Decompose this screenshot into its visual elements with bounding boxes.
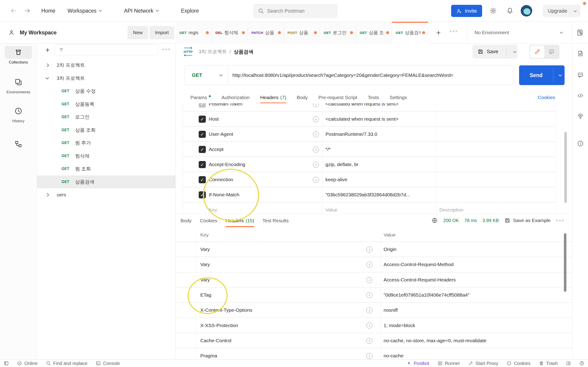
header-key[interactable]: Accept — [209, 142, 224, 156]
environment-quick-look[interactable] — [572, 22, 588, 43]
network-globe-icon[interactable] — [431, 217, 438, 224]
response-tab-body[interactable]: Body — [181, 214, 191, 227]
back-icon[interactable] — [10, 0, 17, 22]
header-checkbox[interactable]: ✓ — [199, 103, 206, 108]
documentation-icon[interactable] — [577, 50, 584, 57]
new-button[interactable]: New — [128, 26, 148, 39]
request-table-scrollbar[interactable] — [564, 132, 567, 203]
chevron-down-icon[interactable] — [45, 76, 49, 80]
editor-tab[interactable]: GET상품 조 — [356, 22, 392, 44]
response-header-key[interactable]: X-Content-Type-Options — [200, 303, 252, 317]
response-header-key[interactable]: Vary — [200, 257, 210, 272]
request-tab-authorization[interactable]: Authorization — [221, 92, 250, 103]
header-checkbox[interactable]: ✓ — [199, 191, 206, 198]
chevron-right-icon[interactable] — [45, 63, 49, 67]
nav-item-api-network[interactable]: API Network — [124, 0, 158, 22]
response-header-value[interactable]: Access-Control-Request-Headers — [384, 273, 456, 287]
upgrade-button[interactable]: Upgrade — [543, 5, 580, 17]
header-checkbox[interactable]: ✓ — [199, 146, 206, 153]
environment-selector[interactable]: No Environment — [467, 22, 572, 43]
statusbar-runner[interactable]: Runner — [438, 361, 460, 366]
header-value[interactable]: keep-alive — [326, 172, 347, 187]
statusbar-console[interactable]: Console — [96, 361, 120, 366]
request-tab-body[interactable]: Body — [297, 92, 308, 103]
sidebar-toggle-icon[interactable] — [4, 361, 9, 366]
nav-item-home[interactable]: Home — [41, 0, 55, 22]
forward-icon[interactable] — [24, 0, 31, 22]
info-icon[interactable] — [577, 140, 584, 147]
response-header-value[interactable]: Access-Control-Request-Method — [384, 257, 454, 272]
response-tab-headers[interactable]: Headers(15) — [225, 214, 254, 227]
statusbar-find-and-replace[interactable]: Find and replace — [46, 361, 87, 366]
chevron-right-icon[interactable] — [45, 193, 49, 197]
global-search[interactable] — [254, 4, 337, 18]
search-input[interactable] — [267, 8, 329, 14]
response-header-key[interactable]: Pragma — [200, 348, 217, 359]
save-button[interactable]: Save — [473, 45, 518, 58]
response-tab-test-results[interactable]: Test Results — [262, 214, 289, 227]
comments-icon[interactable] — [577, 72, 584, 78]
nav-item-explore[interactable]: Explore — [181, 0, 199, 22]
tree-request[interactable]: GET상품등록 — [37, 98, 176, 111]
tree-request[interactable]: GET찜 추가 — [37, 136, 176, 150]
response-more-icon[interactable] — [556, 220, 564, 221]
comment-mode-button[interactable] — [544, 46, 559, 58]
cookies-link[interactable]: Cookies — [538, 92, 555, 103]
tree-request[interactable]: GET찜 조회 — [37, 162, 176, 175]
lightbulb-icon[interactable] — [577, 113, 584, 119]
response-header-value[interactable]: 1; mode=block — [384, 318, 415, 333]
nav-item-workspaces[interactable]: Workspaces — [68, 0, 102, 22]
header-value[interactable]: <calculated when request is sent> — [326, 103, 398, 111]
notifications-bell-icon[interactable] — [506, 0, 514, 22]
request-tab-tests[interactable]: Tests — [368, 92, 379, 103]
response-header-value[interactable]: no-cache — [384, 348, 403, 359]
header-key[interactable]: If-None-Match — [209, 187, 239, 202]
header-key[interactable]: Postman-Token — [209, 103, 242, 111]
breadcrumb-request-name[interactable]: 상품검색 — [233, 48, 253, 55]
request-tab-params[interactable]: Params — [190, 92, 211, 103]
header-key[interactable]: Accept-Encoding — [209, 157, 245, 172]
response-header-value[interactable]: no-cache, no-store, max-age=0, must-reva… — [384, 333, 486, 348]
breadcrumb-folder[interactable]: 3차 프로젝트 — [199, 48, 227, 55]
header-value[interactable]: PostmanRuntime/7.33.0 — [326, 127, 377, 141]
collections-more-icon[interactable] — [162, 49, 170, 50]
header-key[interactable]: User-Agent — [209, 127, 233, 141]
header-value[interactable]: <calculated when request is sent> — [326, 112, 398, 126]
url-input[interactable] — [228, 73, 513, 78]
header-checkbox[interactable]: ✓ — [199, 131, 206, 138]
tree-folder[interactable]: uers — [37, 188, 176, 201]
editor-tab[interactable]: GET로그인 — [320, 22, 356, 44]
response-header-key[interactable]: Cache-Control — [200, 333, 231, 348]
tree-request[interactable]: GET상품 수정 — [37, 85, 176, 98]
tab-more-icon[interactable] — [450, 31, 457, 32]
edit-mode-button[interactable] — [530, 46, 544, 58]
code-snippet-icon[interactable] — [577, 92, 584, 99]
editor-tab[interactable]: PATCH상품 — [248, 22, 284, 44]
header-value[interactable]: gzip, deflate, br — [326, 157, 359, 172]
tree-request[interactable]: GET찜삭제 — [37, 150, 176, 163]
sidebar-rail-item-flows-icon[interactable] — [5, 138, 32, 150]
panel-icon[interactable] — [566, 361, 571, 366]
avatar[interactable] — [521, 5, 532, 17]
response-header-value[interactable]: "0d9ce1ef079651a10f406e74cff5088a4" — [384, 288, 469, 302]
response-header-key[interactable]: ETag — [200, 288, 211, 302]
tree-folder[interactable]: 2차 프로젝트 — [37, 59, 176, 72]
request-tab-pre-request-script[interactable]: Pre-request Script — [318, 92, 357, 103]
header-checkbox[interactable]: ✓ — [199, 116, 206, 123]
sidebar-rail-item-collections[interactable]: Collections — [5, 46, 32, 65]
header-value[interactable]: "03bc596238029ab3f32864d08d2b7d... — [326, 187, 410, 202]
gear-icon[interactable] — [489, 0, 497, 22]
response-status[interactable]: 200 OK — [443, 218, 459, 223]
response-header-value[interactable]: Origin — [384, 242, 397, 257]
editor-tab[interactable]: GETregis — [176, 22, 212, 44]
response-size[interactable]: 3.99 KB — [482, 218, 499, 223]
invite-button[interactable]: Invite — [451, 5, 482, 17]
response-tab-cookies[interactable]: Cookies — [200, 214, 217, 227]
tree-request[interactable]: GET상품 조회 — [37, 124, 176, 137]
response-header-key[interactable]: Vary — [200, 273, 210, 287]
response-time[interactable]: 78 ms — [464, 218, 477, 223]
request-tab-headers[interactable]: Headers(7) — [260, 92, 286, 103]
header-value[interactable]: */* — [326, 142, 330, 156]
editor-tab[interactable]: POST상품 — [284, 22, 320, 44]
response-header-key[interactable]: X-XSS-Protection — [200, 318, 238, 333]
